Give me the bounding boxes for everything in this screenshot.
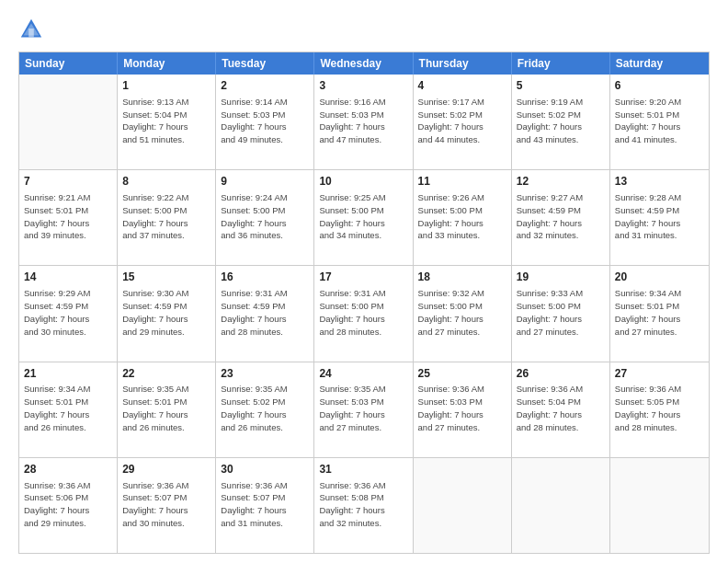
calendar-cell: [414, 458, 512, 553]
calendar-cell: 18Sunrise: 9:32 AM Sunset: 5:00 PM Dayli…: [414, 266, 512, 361]
cell-info: Sunrise: 9:32 AM Sunset: 5:00 PM Dayligh…: [418, 287, 506, 338]
calendar-cell: 11Sunrise: 9:26 AM Sunset: 5:00 PM Dayli…: [414, 170, 512, 265]
calendar: SundayMondayTuesdayWednesdayThursdayFrid…: [18, 52, 710, 554]
day-number: 8: [122, 174, 210, 190]
calendar-cell: 4Sunrise: 9:17 AM Sunset: 5:02 PM Daylig…: [414, 75, 512, 169]
calendar-row: 14Sunrise: 9:29 AM Sunset: 4:59 PM Dayli…: [19, 266, 709, 362]
calendar-cell: [512, 458, 610, 553]
calendar-cell: 9Sunrise: 9:24 AM Sunset: 5:00 PM Daylig…: [216, 170, 314, 265]
calendar-cell: 15Sunrise: 9:30 AM Sunset: 4:59 PM Dayli…: [118, 266, 216, 361]
day-number: 12: [517, 174, 605, 190]
calendar-cell: 23Sunrise: 9:35 AM Sunset: 5:02 PM Dayli…: [216, 362, 314, 457]
cell-info: Sunrise: 9:14 AM Sunset: 5:03 PM Dayligh…: [221, 96, 309, 146]
day-number: 20: [615, 270, 704, 285]
calendar-cell: 22Sunrise: 9:35 AM Sunset: 5:01 PM Dayli…: [118, 362, 216, 457]
day-number: 11: [418, 174, 506, 190]
cell-info: Sunrise: 9:31 AM Sunset: 4:59 PM Dayligh…: [221, 287, 309, 338]
cell-info: Sunrise: 9:20 AM Sunset: 5:01 PM Dayligh…: [615, 96, 704, 146]
cell-info: Sunrise: 9:27 AM Sunset: 4:59 PM Dayligh…: [517, 191, 605, 242]
calendar-cell: 31Sunrise: 9:36 AM Sunset: 5:08 PM Dayli…: [314, 458, 413, 553]
day-number: 29: [122, 462, 210, 477]
cell-info: Sunrise: 9:36 AM Sunset: 5:04 PM Dayligh…: [517, 383, 605, 433]
cell-info: Sunrise: 9:36 AM Sunset: 5:03 PM Dayligh…: [418, 383, 506, 433]
day-number: 14: [24, 270, 112, 285]
calendar-cell: 16Sunrise: 9:31 AM Sunset: 4:59 PM Dayli…: [216, 266, 314, 361]
cell-info: Sunrise: 9:13 AM Sunset: 5:04 PM Dayligh…: [122, 96, 210, 146]
cell-info: Sunrise: 9:26 AM Sunset: 5:00 PM Dayligh…: [418, 191, 506, 242]
day-number: 10: [319, 174, 407, 190]
day-number: 13: [615, 174, 704, 190]
calendar-cell: 27Sunrise: 9:36 AM Sunset: 5:05 PM Dayli…: [610, 362, 709, 457]
day-number: 6: [615, 78, 704, 94]
logo: [18, 17, 48, 42]
calendar-cell: 8Sunrise: 9:22 AM Sunset: 5:00 PM Daylig…: [118, 170, 216, 265]
calendar-cell: 6Sunrise: 9:20 AM Sunset: 5:01 PM Daylig…: [610, 75, 709, 169]
page-header: [18, 17, 710, 42]
calendar-cell: 30Sunrise: 9:36 AM Sunset: 5:07 PM Dayli…: [216, 458, 314, 553]
cell-info: Sunrise: 9:31 AM Sunset: 5:00 PM Dayligh…: [319, 287, 407, 338]
cell-info: Sunrise: 9:17 AM Sunset: 5:02 PM Dayligh…: [418, 96, 506, 146]
calendar-body: 1Sunrise: 9:13 AM Sunset: 5:04 PM Daylig…: [19, 75, 709, 553]
calendar-cell: 29Sunrise: 9:36 AM Sunset: 5:07 PM Dayli…: [118, 458, 216, 553]
day-number: 21: [24, 366, 112, 382]
day-number: 31: [319, 462, 407, 477]
page: SundayMondayTuesdayWednesdayThursdayFrid…: [0, 0, 728, 563]
cell-info: Sunrise: 9:33 AM Sunset: 5:00 PM Dayligh…: [517, 287, 605, 338]
cell-info: Sunrise: 9:29 AM Sunset: 4:59 PM Dayligh…: [24, 287, 112, 338]
calendar-cell: 13Sunrise: 9:28 AM Sunset: 4:59 PM Dayli…: [610, 170, 709, 265]
calendar-cell: 14Sunrise: 9:29 AM Sunset: 4:59 PM Dayli…: [19, 266, 118, 361]
weekday-header: Monday: [118, 52, 216, 75]
cell-info: Sunrise: 9:36 AM Sunset: 5:05 PM Dayligh…: [615, 383, 704, 433]
calendar-cell: 20Sunrise: 9:34 AM Sunset: 5:01 PM Dayli…: [610, 266, 709, 361]
day-number: 16: [221, 270, 309, 285]
day-number: 26: [517, 366, 605, 382]
svg-rect-2: [28, 29, 34, 37]
day-number: 7: [24, 174, 112, 190]
calendar-cell: 10Sunrise: 9:25 AM Sunset: 5:00 PM Dayli…: [314, 170, 413, 265]
calendar-row: 1Sunrise: 9:13 AM Sunset: 5:04 PM Daylig…: [19, 75, 709, 170]
calendar-row: 7Sunrise: 9:21 AM Sunset: 5:01 PM Daylig…: [19, 170, 709, 266]
calendar-cell: 21Sunrise: 9:34 AM Sunset: 5:01 PM Dayli…: [19, 362, 118, 457]
cell-info: Sunrise: 9:25 AM Sunset: 5:00 PM Dayligh…: [319, 191, 407, 242]
calendar-cell: 12Sunrise: 9:27 AM Sunset: 4:59 PM Dayli…: [512, 170, 610, 265]
calendar-cell: 3Sunrise: 9:16 AM Sunset: 5:03 PM Daylig…: [314, 75, 413, 169]
cell-info: Sunrise: 9:34 AM Sunset: 5:01 PM Dayligh…: [24, 383, 112, 433]
weekday-header: Saturday: [610, 52, 709, 75]
cell-info: Sunrise: 9:36 AM Sunset: 5:07 PM Dayligh…: [221, 479, 309, 530]
calendar-row: 28Sunrise: 9:36 AM Sunset: 5:06 PM Dayli…: [19, 458, 709, 553]
weekday-header: Friday: [512, 52, 610, 75]
cell-info: Sunrise: 9:22 AM Sunset: 5:00 PM Dayligh…: [122, 191, 210, 242]
cell-info: Sunrise: 9:35 AM Sunset: 5:03 PM Dayligh…: [319, 383, 407, 433]
day-number: 1: [122, 78, 210, 94]
day-number: 28: [24, 462, 112, 477]
day-number: 18: [418, 270, 506, 285]
day-number: 19: [517, 270, 605, 285]
weekday-header: Sunday: [19, 52, 118, 75]
weekday-header: Wednesday: [314, 52, 413, 75]
calendar-cell: 25Sunrise: 9:36 AM Sunset: 5:03 PM Dayli…: [414, 362, 512, 457]
calendar-cell: 5Sunrise: 9:19 AM Sunset: 5:02 PM Daylig…: [512, 75, 610, 169]
calendar-cell: 26Sunrise: 9:36 AM Sunset: 5:04 PM Dayli…: [512, 362, 610, 457]
weekday-header: Tuesday: [216, 52, 314, 75]
day-number: 4: [418, 78, 506, 94]
logo-icon: [18, 17, 44, 42]
calendar-cell: 28Sunrise: 9:36 AM Sunset: 5:06 PM Dayli…: [19, 458, 118, 553]
day-number: 15: [122, 270, 210, 285]
calendar-cell: 19Sunrise: 9:33 AM Sunset: 5:00 PM Dayli…: [512, 266, 610, 361]
cell-info: Sunrise: 9:21 AM Sunset: 5:01 PM Dayligh…: [24, 191, 112, 242]
day-number: 23: [221, 366, 309, 382]
day-number: 3: [319, 78, 407, 94]
day-number: 2: [221, 78, 309, 94]
weekday-header: Thursday: [414, 52, 512, 75]
cell-info: Sunrise: 9:36 AM Sunset: 5:06 PM Dayligh…: [24, 479, 112, 530]
day-number: 5: [517, 78, 605, 94]
cell-info: Sunrise: 9:35 AM Sunset: 5:02 PM Dayligh…: [221, 383, 309, 433]
day-number: 24: [319, 366, 407, 382]
day-number: 9: [221, 174, 309, 190]
cell-info: Sunrise: 9:16 AM Sunset: 5:03 PM Dayligh…: [319, 96, 407, 146]
calendar-cell: [19, 75, 118, 169]
cell-info: Sunrise: 9:35 AM Sunset: 5:01 PM Dayligh…: [122, 383, 210, 433]
calendar-header: SundayMondayTuesdayWednesdayThursdayFrid…: [19, 52, 709, 75]
cell-info: Sunrise: 9:24 AM Sunset: 5:00 PM Dayligh…: [221, 191, 309, 242]
calendar-cell: 7Sunrise: 9:21 AM Sunset: 5:01 PM Daylig…: [19, 170, 118, 265]
